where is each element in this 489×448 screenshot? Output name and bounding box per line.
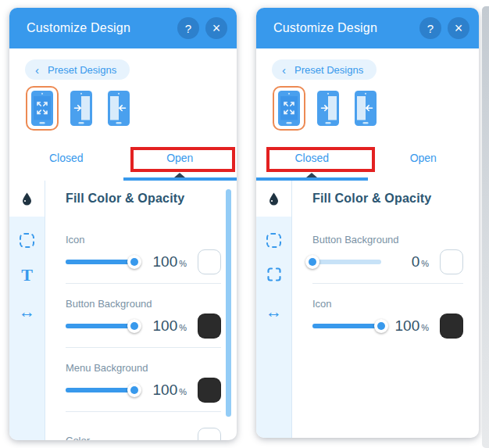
back-link-label: Preset Designs [48, 64, 116, 76]
tab-notch-icon [306, 173, 317, 177]
preset-designs-back-link[interactable]: ‹ Preset Designs [272, 59, 377, 80]
panel-header: Customize Design ? × [9, 8, 237, 48]
sidebar-item-fill-color-active[interactable] [9, 181, 45, 217]
opacity-row-button-background: Button Background 0% [312, 234, 463, 284]
slider-handle[interactable] [127, 319, 141, 333]
phone-expand-icon [31, 91, 53, 126]
settings-sidebar: ↔ [256, 181, 292, 438]
customize-design-panel-open-state: Customize Design ? × ‹ Preset Designs [9, 8, 237, 440]
row-divider [66, 411, 221, 412]
preset-option-slide-left[interactable] [355, 91, 377, 126]
sidebar-item-border[interactable] [9, 233, 45, 248]
preset-designs-back-link[interactable]: ‹ Preset Designs [25, 59, 130, 80]
close-button[interactable]: × [448, 17, 469, 39]
sidebar-item-spacing[interactable]: ↔ [256, 304, 291, 320]
fill-color-section: Fill Color & Opacity Icon 100% Button Ba… [45, 181, 237, 440]
color-swatch[interactable] [198, 249, 221, 274]
phone-expand-icon [278, 91, 300, 126]
preset-option-expand-selected[interactable] [26, 86, 59, 131]
row-label: Menu Background [66, 362, 221, 374]
sidebar-item-corners[interactable] [256, 267, 291, 281]
color-swatch[interactable] [198, 378, 221, 403]
row-label: Icon [66, 234, 221, 246]
horizontal-arrows-icon: ↔ [19, 304, 35, 320]
opacity-value: 0% [381, 253, 429, 271]
background-window-edge [482, 6, 489, 448]
row-label: Button Background [66, 298, 221, 310]
sidebar-item-border[interactable] [256, 233, 291, 248]
help-button[interactable]: ? [419, 17, 441, 39]
menu-background-opacity-slider[interactable] [66, 388, 134, 392]
button-background-opacity-slider[interactable] [312, 260, 381, 264]
panel-title: Customize Design [27, 21, 171, 35]
red-annotation-open-tab [130, 147, 235, 172]
row-divider [312, 283, 463, 284]
opacity-value: 100% [134, 382, 187, 399]
panel-content: T ↔ Fill Color & Opacity Icon 100% [9, 181, 237, 440]
panel-title: Customize Design [273, 21, 413, 35]
slider-handle[interactable] [127, 255, 141, 269]
fill-color-droplet-icon [269, 192, 279, 206]
row-label: Icon [312, 298, 463, 310]
phone-arrow-left-icon [355, 91, 377, 126]
opacity-row-icon: Icon 100% [66, 234, 221, 284]
preset-option-slide-right[interactable] [317, 91, 339, 126]
help-button[interactable]: ? [177, 17, 199, 39]
opacity-value: 100% [134, 317, 187, 335]
sidebar-item-text[interactable]: T [9, 267, 45, 283]
opacity-row-menu-background: Menu Background 100% [66, 362, 221, 412]
preset-option-slide-left[interactable] [108, 91, 130, 126]
opacity-row-icon: Icon 100% [312, 298, 463, 333]
icon-opacity-slider[interactable] [66, 260, 134, 264]
panel-scrollbar[interactable] [226, 189, 231, 417]
chevron-left-icon: ‹ [282, 64, 286, 76]
text-t-icon: T [21, 267, 33, 283]
chevron-left-icon: ‹ [35, 64, 39, 76]
row-divider [66, 347, 221, 348]
tab-notch-icon [174, 173, 185, 177]
red-annotation-closed-tab [266, 147, 375, 172]
sidebar-item-spacing[interactable]: ↔ [9, 304, 45, 320]
row-divider [66, 283, 221, 284]
phone-arrow-left-icon [108, 91, 130, 126]
tab-closed[interactable]: Closed [9, 138, 123, 177]
preset-option-slide-right[interactable] [70, 91, 92, 126]
color-swatch[interactable] [440, 314, 463, 339]
dashed-square-icon [20, 233, 34, 248]
back-link-label: Preset Designs [294, 64, 363, 76]
panel-header: Customize Design ? × [256, 8, 479, 48]
color-swatch[interactable] [198, 428, 221, 440]
preset-option-expand-selected[interactable] [273, 86, 305, 131]
fill-color-section: Fill Color & Opacity Button Background 0… [292, 181, 479, 438]
preset-options-row [273, 86, 479, 131]
section-title: Fill Color & Opacity [312, 192, 463, 206]
customize-design-panel-closed-state: Customize Design ? × ‹ Preset Designs [256, 8, 479, 438]
row-label: Button Background [312, 234, 463, 246]
slider-handle[interactable] [305, 255, 319, 269]
phone-arrow-right-icon [317, 91, 339, 126]
slider-handle[interactable] [374, 319, 388, 333]
horizontal-arrows-icon: ↔ [266, 304, 282, 320]
section-title: Fill Color & Opacity [66, 192, 221, 206]
panel-content: ↔ Fill Color & Opacity Button Background… [256, 181, 479, 438]
close-button[interactable]: × [205, 17, 227, 39]
row-label: Color [66, 435, 90, 441]
preset-options-row [26, 86, 237, 131]
settings-sidebar: T ↔ [9, 181, 45, 440]
icon-opacity-slider[interactable] [312, 324, 381, 328]
opacity-value: 100% [134, 253, 187, 271]
opacity-row-button-background: Button Background 100% [66, 298, 221, 348]
phone-arrow-right-icon [70, 91, 92, 126]
color-swatch[interactable] [440, 249, 463, 274]
corner-brackets-icon [267, 267, 281, 281]
sidebar-item-fill-color-active[interactable] [256, 181, 291, 217]
active-tab-indicator [123, 177, 237, 181]
tab-open[interactable]: Open [368, 138, 480, 177]
button-background-opacity-slider[interactable] [66, 324, 134, 328]
dashed-square-icon [266, 233, 281, 248]
opacity-value: 100% [381, 317, 429, 335]
fill-color-droplet-icon [22, 192, 32, 206]
color-row: Color [66, 428, 221, 440]
slider-handle[interactable] [127, 383, 141, 397]
color-swatch[interactable] [198, 314, 221, 339]
